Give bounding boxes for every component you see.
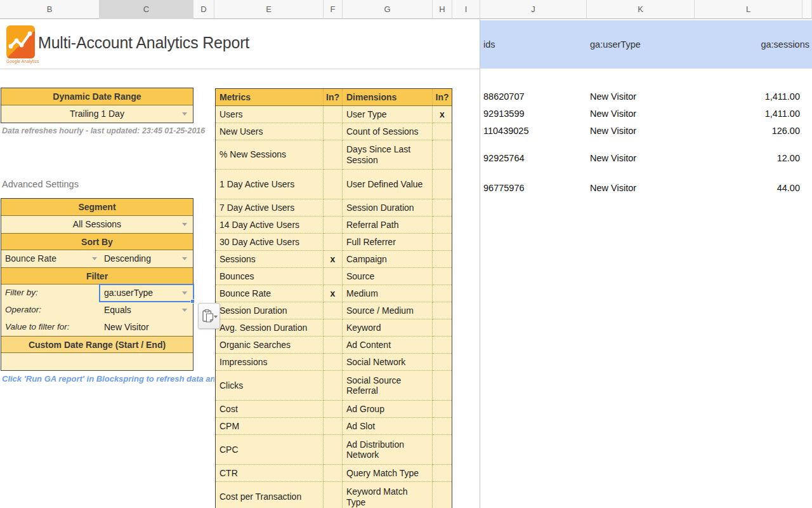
dimension-in-cell[interactable]	[433, 435, 452, 465]
dimension-cell[interactable]: Session Duration	[343, 199, 433, 217]
metric-in-cell[interactable]	[324, 371, 343, 401]
column-header-L[interactable]: L	[695, 0, 802, 19]
dimension-cell[interactable]: Full Referrer	[343, 234, 433, 251]
dimension-in-cell[interactable]	[433, 337, 452, 354]
metric-cell[interactable]: Session Duration	[216, 302, 324, 319]
dimension-cell[interactable]: User Type	[343, 106, 433, 123]
column-header-D[interactable]: D	[193, 0, 214, 19]
user-type-cell[interactable]: New Visitor	[590, 180, 636, 197]
user-type-cell[interactable]: New Visitor	[590, 150, 636, 167]
metric-in-cell[interactable]	[324, 140, 343, 170]
dimension-in-cell[interactable]	[433, 401, 452, 418]
dimension-cell[interactable]: Ad Slot	[343, 418, 433, 435]
dimension-cell[interactable]: Ad Distribution Network	[343, 435, 433, 465]
column-header-G[interactable]: G	[343, 0, 433, 19]
column-header-J[interactable]: J	[480, 0, 587, 19]
dimension-in-cell[interactable]	[433, 319, 452, 337]
sessions-cell[interactable]: 1,411.00	[765, 105, 800, 123]
metric-in-cell[interactable]	[324, 106, 343, 123]
column-header-I[interactable]: I	[452, 0, 480, 19]
metric-cell[interactable]: Sessions	[216, 251, 324, 268]
metrics-column-header[interactable]: Metrics	[216, 89, 324, 105]
metric-in-cell[interactable]	[324, 234, 343, 251]
dimension-in-cell[interactable]	[433, 482, 452, 508]
dimension-cell[interactable]: Days Since Last Session	[343, 140, 433, 170]
dimension-cell[interactable]: Count of Sessions	[343, 123, 433, 140]
output-header-ids[interactable]: ids	[483, 20, 495, 69]
blockspring-link[interactable]: Click 'Run GA report' in Blockspring to …	[2, 370, 214, 387]
dimension-cell[interactable]: Social Network	[343, 354, 433, 371]
ids-cell[interactable]: 92913599	[483, 105, 525, 123]
sort-direction-value[interactable]: Descending	[104, 250, 151, 267]
dimension-cell[interactable]: Source	[343, 268, 433, 285]
dimension-in-cell[interactable]	[433, 371, 452, 401]
dimension-in-cell[interactable]	[433, 302, 452, 319]
output-header-sessions[interactable]: ga:sessions	[761, 20, 809, 69]
dimension-cell[interactable]: Ad Group	[343, 401, 433, 418]
metric-in-cell[interactable]	[324, 337, 343, 354]
metric-in-cell[interactable]	[324, 217, 343, 234]
dimension-in-cell[interactable]	[433, 123, 452, 140]
dimension-cell[interactable]: Source / Medium	[343, 302, 433, 319]
sessions-cell[interactable]: 126.00	[772, 123, 800, 140]
segment-value-cell[interactable]: All Sessions	[1, 216, 193, 233]
column-header-H[interactable]: H	[433, 0, 452, 19]
sessions-cell[interactable]: 1,411.00	[765, 88, 800, 105]
metric-cell[interactable]: 7 Day Active Users	[216, 199, 324, 217]
metric-cell[interactable]: Users	[216, 106, 324, 123]
dimension-in-cell[interactable]	[433, 217, 452, 234]
sessions-cell[interactable]: 44.00	[777, 180, 800, 197]
metric-in-cell[interactable]	[324, 465, 343, 482]
dimension-in-cell[interactable]	[433, 285, 452, 302]
dimension-in-cell[interactable]	[433, 140, 452, 170]
output-header-user-type[interactable]: ga:userType	[590, 20, 641, 69]
metric-cell[interactable]: Bounce Rate	[216, 285, 324, 302]
value-filter-value[interactable]: New Visitor	[104, 319, 149, 335]
metric-cell[interactable]: % New Sessions	[216, 140, 324, 170]
dimension-in-cell[interactable]	[433, 465, 452, 482]
sort-field-value[interactable]: Bounce Rate	[5, 250, 56, 267]
dimension-in-cell[interactable]	[433, 354, 452, 371]
metric-in-cell[interactable]	[324, 418, 343, 435]
ids-cell[interactable]: 88620707	[483, 88, 525, 105]
dimension-in-cell[interactable]: x	[433, 106, 452, 123]
column-header-B[interactable]: B	[0, 0, 100, 19]
metric-cell[interactable]: 30 Day Active Users	[216, 234, 324, 251]
metric-in-cell[interactable]	[324, 435, 343, 465]
metric-cell[interactable]: Clicks	[216, 371, 324, 401]
in-column-header[interactable]: In?	[324, 89, 343, 105]
metric-in-cell[interactable]: x	[324, 285, 343, 302]
metric-cell[interactable]: Avg. Session Duration	[216, 319, 324, 337]
dimension-cell[interactable]: Campaign	[343, 251, 433, 268]
metric-in-cell[interactable]	[324, 268, 343, 285]
dimension-cell[interactable]: Keyword Match Type	[343, 482, 433, 508]
dropdown-arrow-icon[interactable]	[182, 257, 187, 260]
dimensions-column-header[interactable]: Dimensions	[343, 89, 433, 105]
dimension-cell[interactable]: Keyword	[343, 319, 433, 337]
ids-cell[interactable]: 110439025	[483, 123, 529, 140]
metric-in-cell[interactable]	[324, 302, 343, 319]
metric-in-cell[interactable]	[324, 123, 343, 140]
date-range-value-cell[interactable]: Trailing 1 Day	[1, 105, 193, 123]
dimension-in-cell[interactable]	[433, 251, 452, 268]
dimension-cell[interactable]: Referral Path	[343, 217, 433, 234]
dropdown-arrow-icon[interactable]	[92, 257, 97, 260]
metric-in-cell[interactable]	[324, 199, 343, 217]
dimension-in-cell[interactable]	[433, 199, 452, 217]
metric-cell[interactable]: Cost	[216, 401, 324, 418]
ids-cell[interactable]: 96775976	[483, 180, 525, 197]
user-type-cell[interactable]: New Visitor	[590, 88, 636, 105]
paste-button[interactable]	[198, 303, 220, 329]
sessions-cell[interactable]: 12.00	[777, 150, 800, 167]
custom-range-empty-cell[interactable]	[1, 353, 193, 370]
dimension-in-cell[interactable]	[433, 418, 452, 435]
selected-cell-border[interactable]	[99, 284, 194, 302]
column-header-E[interactable]: E	[214, 0, 324, 19]
metric-in-cell[interactable]	[324, 482, 343, 508]
metric-cell[interactable]: Cost per Transaction	[216, 482, 324, 508]
operator-value[interactable]: Equals	[104, 302, 131, 318]
metric-in-cell[interactable]	[324, 354, 343, 371]
metric-cell[interactable]: Impressions	[216, 354, 324, 371]
column-header-M-sliver[interactable]	[802, 0, 812, 19]
metric-cell[interactable]: Organic Searches	[216, 337, 324, 354]
